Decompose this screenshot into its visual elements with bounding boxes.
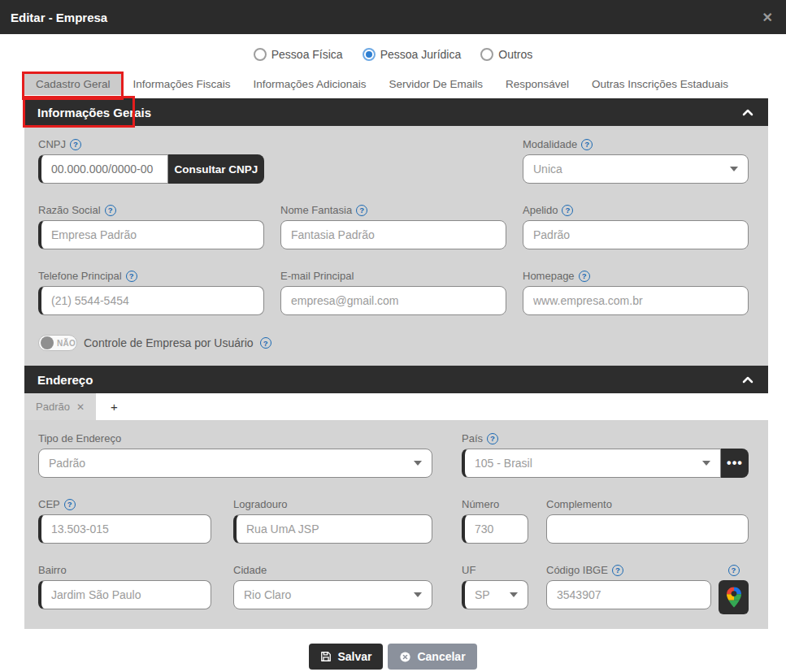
radio-outros[interactable]: Outros (480, 48, 532, 61)
close-tab-icon[interactable]: ✕ (76, 401, 85, 413)
bairro-input[interactable] (38, 580, 211, 609)
save-icon (320, 651, 332, 662)
tab-label: Outras Inscrições Estaduais (592, 78, 728, 90)
field-label: Bairro (38, 564, 67, 576)
section-title: Informações Gerais (37, 106, 151, 119)
modalidade-select[interactable]: Unica (523, 154, 749, 184)
complemento-input[interactable] (546, 514, 749, 544)
pais-select[interactable]: 105 - Brasil (462, 449, 721, 478)
toggle-state: NÃO (57, 339, 76, 348)
help-icon[interactable] (64, 499, 76, 510)
help-icon[interactable] (487, 433, 498, 444)
help-icon[interactable] (260, 337, 271, 349)
help-icon[interactable] (581, 139, 593, 150)
help-icon[interactable] (579, 271, 590, 282)
help-icon[interactable] (105, 205, 116, 216)
help-icon[interactable] (728, 565, 740, 576)
cidade-select[interactable]: Rio Claro (233, 580, 432, 609)
tab-cadastro-geral[interactable]: Cadastro Geral (24, 74, 122, 95)
field-modalidade: Modalidade Unica (523, 137, 749, 184)
close-icon[interactable]: ✕ (762, 10, 773, 25)
controle-empresa-toggle-row: NÃO Controle de Empresa por Usuário (38, 335, 749, 351)
telefone-principal-input[interactable] (38, 286, 264, 315)
maps-column (719, 563, 749, 614)
tab-responsavel[interactable]: Responsável (494, 74, 580, 95)
chevron-down-icon (414, 461, 422, 466)
tab-label: Cadastro Geral (36, 78, 111, 90)
cancel-icon (399, 651, 411, 663)
section-body-informacoes-gerais: CNPJ Consultar CNPJ Modalidade Unica Raz… (24, 126, 768, 366)
codigo-ibge-input[interactable] (546, 580, 711, 609)
field-label: Tipo de Endereço (38, 432, 121, 444)
field-cnpj: CNPJ Consultar CNPJ (38, 137, 264, 184)
field-label: CEP (38, 498, 60, 510)
field-label: E-mail Principal (280, 270, 354, 282)
field-label: Apelido (523, 204, 558, 216)
chevron-up-icon[interactable] (742, 375, 753, 384)
google-maps-pin-icon (727, 587, 741, 608)
controle-empresa-toggle[interactable]: NÃO (38, 335, 77, 351)
address-tabs: Padrão ✕ + (24, 393, 768, 420)
homepage-input[interactable] (523, 286, 749, 315)
field-label: Telefone Principal (38, 270, 122, 282)
help-icon[interactable] (562, 205, 573, 216)
modal-titlebar: Editar - Empresa ✕ (0, 0, 786, 34)
footer-actions: Salvar Cancelar (0, 629, 786, 672)
help-icon[interactable] (356, 205, 367, 216)
address-tab-padrao[interactable]: Padrão ✕ (24, 393, 96, 420)
save-button[interactable]: Salvar (309, 644, 383, 670)
logradouro-input[interactable] (233, 514, 432, 544)
email-principal-input[interactable] (280, 286, 506, 315)
select-value: Unica (533, 163, 562, 176)
field-uf: UF SP (462, 563, 528, 614)
tipo-endereco-select[interactable]: Padrão (38, 449, 432, 478)
help-icon[interactable] (126, 271, 137, 282)
field-label: Modalidade (523, 138, 577, 150)
pais-more-button[interactable]: ••• (721, 449, 749, 478)
chevron-up-icon[interactable] (742, 108, 753, 116)
radio-pessoa-fisica[interactable]: Pessoa Física (254, 48, 343, 61)
field-homepage: Homepage (523, 269, 749, 315)
chevron-down-icon (730, 167, 738, 171)
razao-social-input[interactable] (38, 220, 264, 249)
google-maps-button[interactable] (719, 580, 749, 614)
tab-servidor-de-emails[interactable]: Servidor De Emails (377, 74, 494, 95)
chevron-down-icon (510, 592, 518, 597)
cancel-label: Cancelar (417, 650, 465, 663)
cep-input[interactable] (38, 514, 211, 544)
section-header-informacoes-gerais[interactable]: Informações Gerais (24, 98, 768, 126)
field-logradouro: Logradouro (233, 497, 432, 544)
add-address-tab-button[interactable]: + (96, 393, 132, 420)
numero-input[interactable] (462, 514, 528, 544)
field-email-principal: E-mail Principal (280, 269, 506, 315)
tab-informacoes-adicionais[interactable]: Informações Adicionais (242, 74, 378, 95)
field-label: Cidade (233, 564, 267, 576)
spacer (280, 137, 506, 184)
radio-label: Pessoa Jurídica (380, 48, 462, 61)
field-razao-social: Razão Social (38, 203, 264, 249)
radio-pessoa-juridica[interactable]: Pessoa Jurídica (363, 48, 462, 61)
select-value: 105 - Brasil (475, 457, 532, 470)
tab-informacoes-fiscais[interactable]: Informações Fiscais (122, 74, 242, 95)
field-cidade: Cidade Rio Claro (233, 563, 432, 614)
section-header-endereco[interactable]: Endereço (24, 366, 768, 393)
cnpj-input[interactable] (38, 154, 168, 184)
field-tipo-endereco: Tipo de Endereço Padrão (38, 431, 432, 478)
tab-outras-inscricoes-estaduais[interactable]: Outras Inscrições Estaduais (580, 74, 740, 95)
field-codigo-ibge: Código IBGE (546, 563, 711, 614)
help-icon[interactable] (70, 139, 81, 150)
field-numero: Número (462, 497, 528, 544)
section-body-endereco: Tipo de Endereço Padrão País 105 - Brasi… (24, 420, 768, 629)
chevron-down-icon (702, 461, 710, 466)
apelido-input[interactable] (523, 220, 749, 249)
field-label: Número (462, 498, 499, 510)
consultar-cnpj-button[interactable]: Consultar CNPJ (168, 154, 264, 184)
uf-select[interactable]: SP (462, 580, 528, 609)
section-title: Endereço (37, 373, 93, 387)
field-pais: País 105 - Brasil ••• (462, 431, 749, 478)
cancel-button[interactable]: Cancelar (388, 644, 476, 670)
field-telefone-principal: Telefone Principal (38, 269, 264, 315)
radio-checked-icon (363, 48, 376, 61)
help-icon[interactable] (612, 565, 623, 576)
nome-fantasia-input[interactable] (280, 220, 506, 249)
